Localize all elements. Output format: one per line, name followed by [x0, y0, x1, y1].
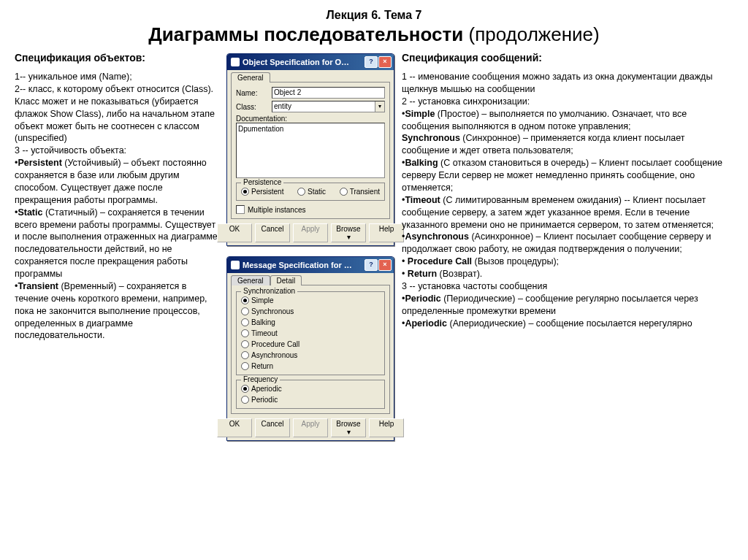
r-8b: (Вызов процедуры); — [472, 256, 559, 266]
radio-periodic[interactable]: Periodic — [241, 396, 380, 404]
radio-procedure-call[interactable]: Procedure Call — [241, 340, 380, 348]
browse-button[interactable]: Browse ▾ — [331, 418, 366, 437]
r-12b: (Апериодические) – сообщение посылается … — [447, 318, 692, 329]
r-6a: Timeout — [405, 195, 440, 205]
r-9a: Return — [408, 269, 437, 279]
messages-heading: Спецификация сообщений: — [402, 52, 733, 64]
r-3b: (Простое) – выполняется по умолчанию. Оз… — [402, 109, 687, 131]
r-9b: (Возврат). — [437, 269, 482, 279]
objects-body: 1-- уникальное имя (Name); 2-- класс, к … — [15, 71, 219, 342]
apply-button[interactable]: Apply — [293, 418, 328, 437]
radio-timeout[interactable]: Timeout — [241, 329, 380, 337]
dlg1-title: Object Specification for O… — [243, 58, 365, 66]
synchronization-group: Synchronization Simple Synchronous Balki… — [236, 291, 385, 375]
name-input[interactable]: Object 2 — [272, 87, 385, 99]
persistence-group: Persistence Persistent Static Transient — [236, 183, 385, 201]
ok-button[interactable]: OK — [217, 418, 252, 437]
r-11b: (Периодические) – сообщение регулярно по… — [402, 294, 698, 316]
radio-simple[interactable]: Simple — [241, 296, 380, 304]
dlg1-titlebar: Object Specification for O… ? × — [227, 54, 394, 70]
radio-icon — [241, 307, 249, 315]
cancel-button[interactable]: Cancel — [255, 223, 290, 242]
radio-static[interactable]: Static — [297, 188, 326, 196]
r-6b: (С лимитированным временем ожидания) -- … — [402, 195, 714, 230]
radio-icon — [241, 362, 249, 370]
right-column: Спецификация сообщений: 1 -- именование … — [402, 52, 733, 441]
tab-general[interactable]: General — [231, 72, 270, 83]
persistence-title: Persistence — [241, 178, 283, 186]
help-button[interactable]: Help — [369, 223, 404, 242]
main-title: Диаграммы последовательности (продолжени… — [15, 23, 733, 46]
messages-body: 1 -- именование сообщения можно задать и… — [402, 71, 733, 329]
header: Лекция 6. Тема 7 Диаграммы последователь… — [15, 9, 733, 46]
l-p6a: Transient — [18, 281, 58, 291]
radio-icon — [241, 188, 249, 196]
dialog-column: Object Specification for O… ? × General … — [226, 52, 394, 441]
radio-icon — [241, 385, 249, 393]
class-label: Class: — [236, 103, 269, 111]
r-5b: (С отказом становиться в очередь) – Клие… — [402, 158, 722, 193]
r-11a: Periodic — [405, 294, 440, 304]
radio-return[interactable]: Return — [241, 362, 380, 370]
help-icon[interactable]: ? — [365, 259, 378, 271]
apply-button[interactable]: Apply — [293, 223, 328, 242]
cancel-button[interactable]: Cancel — [255, 418, 290, 437]
radio-icon — [241, 340, 249, 348]
chevron-down-icon: ▾ — [375, 101, 384, 112]
multiple-instances-check[interactable]: Multiple instances — [236, 205, 385, 214]
radio-icon — [241, 396, 249, 404]
radio-balking[interactable]: Balking — [241, 318, 380, 326]
l-p5a: Static — [18, 207, 42, 218]
radio-icon — [241, 318, 249, 326]
dlg2-title: Message Specification for … — [243, 261, 365, 269]
r-12a: Aperiodic — [405, 318, 447, 329]
r-3a: Simple — [405, 109, 435, 119]
objects-heading: Спецификация объектов: — [15, 52, 219, 64]
help-icon[interactable]: ? — [365, 56, 378, 68]
app-icon — [231, 261, 240, 269]
radio-asynchronous[interactable]: Asynchronous — [241, 351, 380, 359]
app-icon — [231, 58, 240, 66]
l-p5b: (Статичный) – сохраняется в течении всег… — [15, 207, 218, 279]
l-p4a: Persistent — [18, 158, 61, 168]
radio-persistent[interactable]: Persistent — [241, 188, 283, 196]
message-spec-dialog: Message Specification for … ? × General … — [226, 256, 394, 441]
r-4a: Synchronous — [402, 133, 460, 143]
help-button[interactable]: Help — [369, 418, 404, 437]
tab-general[interactable]: General — [231, 275, 270, 285]
class-value: entity — [272, 101, 375, 112]
radio-icon — [297, 188, 305, 196]
l-p1: 1-- уникальное имя (Name); — [15, 72, 132, 82]
radio-aperiodic[interactable]: Aperiodic — [241, 385, 380, 393]
lecture-label: Лекция 6. Тема 7 — [15, 9, 733, 22]
close-icon[interactable]: × — [378, 56, 392, 68]
title-rest: (продолжение) — [463, 23, 599, 45]
r-8a: Procedure Call — [408, 256, 472, 266]
sync-title: Synchronization — [241, 287, 297, 295]
radio-icon — [241, 329, 249, 337]
l-p2: 2-- класс, к которому объект относится (… — [15, 84, 215, 144]
class-combo[interactable]: entity ▾ — [272, 101, 385, 112]
l-p3: 3 -- устойчивость объекта: — [15, 145, 126, 156]
radio-icon — [340, 188, 348, 196]
ok-button[interactable]: OK — [217, 223, 252, 242]
r-10: 3 -- установка частоты сообщения — [402, 281, 547, 291]
radio-synchronous[interactable]: Synchronous — [241, 307, 380, 315]
dlg2-titlebar: Message Specification for … ? × — [227, 257, 394, 273]
r-2: 2 -- установка синхронизации: — [402, 96, 530, 107]
radio-transient[interactable]: Transient — [340, 188, 380, 196]
name-label: Name: — [236, 89, 269, 97]
radio-icon — [241, 351, 249, 359]
object-spec-dialog: Object Specification for O… ? × General … — [226, 53, 394, 246]
tab-detail[interactable]: Detail — [270, 275, 302, 285]
doc-textarea[interactable]: Dpumentation — [236, 123, 385, 178]
doc-label: Documentation: — [236, 115, 385, 123]
left-column: Спецификация объектов: 1-- уникальное им… — [15, 52, 219, 441]
checkbox-icon — [236, 205, 245, 214]
r-7a: Asynchronous — [405, 231, 469, 242]
r-1: 1 -- именование сообщения можно задать и… — [402, 72, 712, 94]
frequency-group: Frequency Aperiodic Periodic — [236, 380, 385, 409]
browse-button[interactable]: Browse ▾ — [331, 223, 366, 242]
close-icon[interactable]: × — [378, 259, 392, 271]
title-bold: Диаграммы последовательности — [148, 23, 463, 45]
